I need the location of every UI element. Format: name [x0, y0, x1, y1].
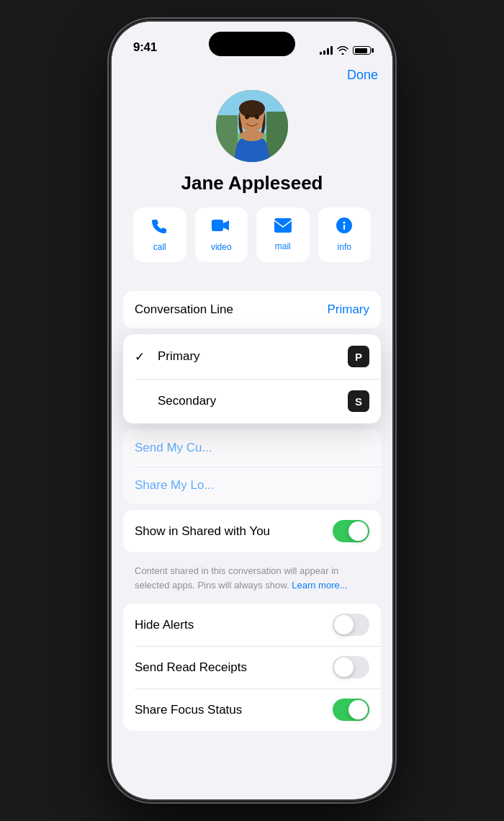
svg-rect-3 [266, 112, 288, 162]
dropdown-primary-label: Primary [158, 349, 200, 364]
shared-with-you-label: Show in Shared with You [135, 524, 270, 539]
contact-name: Jane Appleseed [181, 172, 323, 194]
send-my-cu-label: Send My Cu... [135, 441, 212, 455]
sheet-header: Done [112, 60, 392, 83]
signal-icon [320, 46, 333, 55]
send-share-card: Send My Cu... Share My Lo... [123, 429, 381, 504]
contact-section: Jane Appleseed call [112, 83, 392, 291]
shared-with-you-card: Show in Shared with You [123, 510, 381, 552]
send-my-cu-row[interactable]: Send My Cu... [123, 429, 381, 467]
avatar-image [216, 90, 288, 162]
settings-section: Conversation Line Primary ✓ Primary P [123, 291, 381, 731]
dynamic-island [209, 32, 295, 56]
dropdown-item-secondary[interactable]: ✓ Secondary S [123, 379, 381, 423]
conversation-line-label: Conversation Line [135, 302, 233, 317]
share-focus-status-toggle[interactable] [333, 699, 369, 721]
share-my-lo-label: Share My Lo... [135, 478, 215, 493]
video-icon [212, 217, 230, 238]
phone-frame: 9:41 [112, 22, 392, 799]
svg-point-8 [240, 130, 264, 141]
video-label: video [211, 242, 232, 252]
shared-with-you-toggle[interactable] [333, 520, 369, 542]
shared-with-you-row[interactable]: Show in Shared with You [123, 510, 381, 552]
mail-label: mail [275, 241, 291, 251]
secondary-badge: S [348, 390, 369, 412]
mail-button[interactable]: mail [256, 207, 310, 262]
svg-point-12 [343, 222, 346, 224]
additional-settings-card: Hide Alerts Send Read Receipts Share Foc… [123, 604, 381, 731]
phone-content: Done [112, 60, 392, 799]
hide-alerts-row[interactable]: Hide Alerts [123, 604, 381, 646]
wifi-icon [337, 46, 348, 55]
avatar [216, 90, 288, 162]
hide-alerts-label: Hide Alerts [135, 618, 194, 632]
phone-screen: 9:41 [112, 22, 392, 799]
status-icons [320, 46, 371, 55]
dropdown-secondary-label: Secondary [158, 394, 216, 408]
dropdown-item-primary[interactable]: ✓ Primary P [123, 334, 381, 379]
share-focus-status-label: Share Focus Status [135, 703, 242, 717]
svg-rect-13 [343, 225, 345, 230]
svg-point-6 [245, 115, 249, 120]
hide-alerts-toggle[interactable] [333, 614, 369, 636]
learn-more-link[interactable]: Learn more... [292, 580, 347, 591]
status-time: 9:41 [133, 40, 157, 55]
phone-icon [152, 217, 168, 238]
battery-icon [353, 46, 371, 55]
primary-badge: P [348, 346, 369, 367]
footer-description: Content shared in this conversation will… [123, 558, 381, 604]
info-icon [336, 217, 352, 238]
svg-point-7 [255, 115, 259, 120]
call-button[interactable]: call [133, 207, 186, 262]
conversation-line-card: Conversation Line Primary [123, 291, 381, 328]
dropdown-menu: ✓ Primary P ✓ Secondary [123, 334, 381, 423]
done-button[interactable]: Done [347, 68, 378, 83]
mail-icon [274, 218, 292, 237]
conversation-line-value: Primary [327, 302, 369, 317]
action-buttons-row: call video [126, 207, 378, 262]
share-focus-status-row[interactable]: Share Focus Status [123, 688, 381, 731]
checkmark-icon: ✓ [135, 349, 149, 364]
svg-rect-2 [216, 115, 238, 162]
info-label: info [338, 242, 351, 252]
video-button[interactable]: video [195, 207, 248, 262]
send-read-receipts-label: Send Read Receipts [135, 660, 247, 675]
svg-rect-10 [274, 218, 292, 233]
share-my-lo-row[interactable]: Share My Lo... [123, 467, 381, 504]
send-read-receipts-toggle[interactable] [333, 656, 369, 678]
conversation-line-row[interactable]: Conversation Line Primary [123, 291, 381, 328]
call-label: call [153, 242, 166, 252]
info-button[interactable]: info [318, 207, 372, 262]
send-read-receipts-row[interactable]: Send Read Receipts [123, 646, 381, 688]
svg-rect-9 [212, 220, 223, 231]
